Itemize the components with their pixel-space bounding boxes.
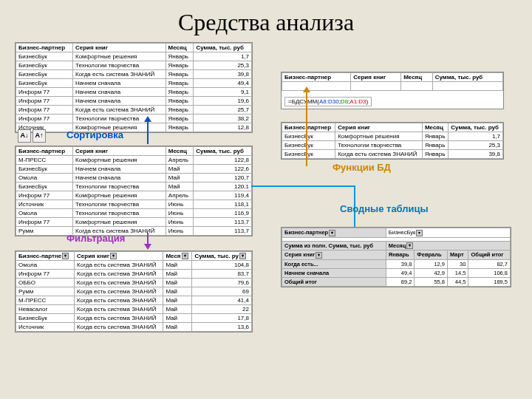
- cell: 12,9: [415, 259, 448, 268]
- th-partner: Бизнес-партнер: [282, 73, 351, 82]
- cell: Май: [163, 305, 192, 314]
- th-series: Серия книг▾: [75, 252, 163, 261]
- cell: Информ 77: [16, 218, 73, 227]
- cell: 116,9: [194, 209, 252, 218]
- cell: Общий итог: [282, 277, 386, 286]
- cell: Омола: [16, 174, 73, 183]
- cell: М-ПРЕСС: [16, 296, 75, 305]
- pivot-row-field: Серия книг▾: [282, 250, 386, 260]
- table-row: БизнесБукНачнем сначалаЯнварь49,4: [16, 79, 252, 88]
- pivot-block: Бизнес-партнер▾ БизнесБук▾ Сумма из полн…: [281, 227, 511, 287]
- cell: Январь: [166, 79, 194, 88]
- cell: Май: [163, 323, 192, 332]
- table-row: Информ 77Комфортные решенияИюнь113,7: [16, 218, 252, 227]
- th-partner: Бизнес-партнер: [282, 123, 335, 132]
- pivot-row: Начнем сначала49,442,914,5106,8: [282, 268, 511, 277]
- cell: 17,8: [192, 314, 252, 323]
- cell: 1,7: [449, 132, 503, 141]
- cell: Начнем сначала: [72, 97, 166, 106]
- cell: 122,6: [194, 165, 252, 174]
- sort-desc-icon[interactable]: А↑: [33, 129, 46, 143]
- cell: Июнь: [166, 200, 194, 209]
- cell: Май: [166, 174, 194, 183]
- table-row: БизнесБукТехнологии творчестваМай120,1: [16, 183, 252, 191]
- cell: БизнесБук: [16, 183, 73, 191]
- cell: Начнем сначала: [72, 79, 166, 88]
- db-formula: =БДСУММ(A8:D30;D8;A1:D3): [284, 97, 372, 106]
- table-row: ОББОКогда есть система ЗНАНИЙМай79,6: [16, 279, 252, 287]
- db-result-block: Бизнес-партнер Серия книг Месяц Сумма, т…: [281, 122, 504, 160]
- sort-toolbar: А↓ А↑: [18, 129, 46, 143]
- cell: 25,3: [194, 61, 252, 70]
- th-partner: Бизнес-партне▾: [16, 252, 75, 261]
- cell: 22: [192, 305, 252, 314]
- cell: Апрель: [166, 191, 194, 200]
- cell: Январь: [166, 123, 194, 132]
- cell: Информ 77: [16, 97, 73, 106]
- cell: Январь: [422, 150, 448, 159]
- pivot-data-field: Сумма из полн. Сумма, тыс. руб: [282, 241, 386, 250]
- cell: Январь: [166, 70, 194, 79]
- table-row: ОмолаНачнем сначалаМай120,7: [16, 174, 252, 183]
- sort-asc-icon[interactable]: А↓: [18, 129, 31, 143]
- cell: Невасалог: [16, 305, 75, 314]
- cell: Источник: [16, 323, 75, 332]
- cell: Когда есть...: [282, 259, 386, 268]
- cell: 39,8: [194, 70, 252, 79]
- dropdown-icon[interactable]: ▾: [406, 242, 413, 249]
- svg-marker-3: [144, 244, 151, 250]
- table-row: ОмолаТехнологии творчестваИюнь116,9: [16, 209, 252, 218]
- formula-row: =БДСУММ(A8:D30;D8;A1:D3): [282, 91, 503, 109]
- th-partner: Бизнес-партнер: [16, 147, 73, 156]
- cell: Январь: [166, 52, 194, 61]
- cell: Начнем сначала: [73, 165, 166, 174]
- dropdown-icon[interactable]: ▾: [316, 252, 322, 259]
- cell: Румм: [16, 287, 75, 296]
- cell: Технологии творчества: [73, 183, 166, 191]
- th-partner: Бизнес-партнер: [16, 44, 73, 52]
- cell: Омола: [16, 261, 75, 270]
- cell: Январь: [422, 141, 448, 150]
- pivot-col: Январь: [386, 250, 415, 260]
- th-month: Месяц: [166, 44, 194, 52]
- dropdown-icon[interactable]: ▾: [329, 230, 335, 236]
- cell: 49,4: [194, 79, 252, 88]
- pivot-table: Бизнес-партнер▾ БизнесБук▾ Сумма из полн…: [282, 228, 511, 287]
- cell: БизнесБук: [16, 79, 73, 88]
- cell: Май: [163, 270, 192, 279]
- table-row: БизнесБукКогда есть система ЗНАНИЙМай17,…: [16, 314, 252, 323]
- cell: Когда есть система ЗНАНИЙ: [75, 279, 163, 287]
- cell: 41,4: [192, 296, 252, 305]
- dropdown-icon[interactable]: ▾: [416, 230, 423, 236]
- th-month: Месяц: [166, 147, 194, 156]
- table-row: РуммКогда есть система ЗНАНИЙМай69: [16, 287, 252, 296]
- cell: Июнь: [166, 209, 194, 218]
- cell: 44,5: [448, 277, 468, 286]
- cell: 69: [192, 287, 252, 296]
- pivot-col-field: Месяц▾: [386, 241, 510, 250]
- pivot-row: Когда есть...39,812,93082,7: [282, 259, 511, 268]
- filter-dropdown-icon[interactable]: ▾: [110, 253, 117, 259]
- cell: Когда есть система ЗНАНИЙ: [75, 314, 163, 323]
- cell: Май: [166, 165, 194, 174]
- table-row: БизнесБукКомфортные решенияЯнварь1,7: [282, 132, 503, 141]
- cell: 42,9: [415, 268, 448, 277]
- cell: Информ 77: [16, 270, 75, 279]
- cell: Комфортные решения: [73, 218, 166, 227]
- cell: 113,7: [194, 218, 252, 227]
- cell: Когда есть система ЗНАНИЙ: [75, 323, 163, 332]
- cell: БизнесБук: [16, 61, 73, 70]
- filter-dropdown-icon[interactable]: ▾: [239, 253, 246, 259]
- filter-dropdown-icon[interactable]: ▾: [62, 253, 69, 259]
- table-row: БизнесБукКогда есть система ЗНАНИЙЯнварь…: [16, 70, 252, 79]
- cell: Технологии творчества: [73, 209, 166, 218]
- filter-dropdown-icon[interactable]: ▾: [182, 253, 188, 259]
- table-row: ОмолаКогда есть система ЗНАНИЙМай104,8: [16, 261, 252, 270]
- cell: Технологии творчества: [335, 141, 423, 150]
- cell: Январь: [166, 115, 194, 123]
- cell: 118,1: [194, 200, 252, 209]
- th-series: Серия книг: [335, 123, 423, 132]
- table-row: Информ 77Начнем сначалаЯнварь19,6: [16, 97, 252, 106]
- th-sum: Сумма, тыс. руб: [449, 123, 503, 132]
- cell: 9,1: [194, 88, 252, 97]
